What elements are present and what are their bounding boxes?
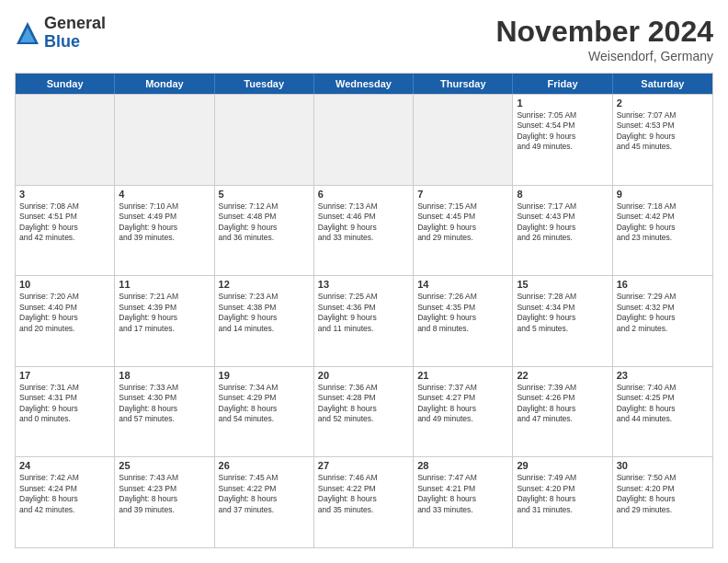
cell-info: Sunrise: 7:31 AM Sunset: 4:31 PM Dayligh…: [19, 383, 110, 425]
cal-cell-r4-c3: 27Sunrise: 7:46 AM Sunset: 4:22 PM Dayli…: [314, 457, 414, 547]
cal-cell-r4-c5: 29Sunrise: 7:49 AM Sunset: 4:20 PM Dayli…: [513, 457, 612, 547]
day-number: 14: [417, 279, 508, 290]
cell-info: Sunrise: 7:15 AM Sunset: 4:45 PM Dayligh…: [417, 201, 508, 244]
cal-cell-r0-c0: [16, 95, 115, 185]
logo-text: General Blue: [44, 15, 106, 52]
cal-cell-r1-c1: 4Sunrise: 7:10 AM Sunset: 4:49 PM Daylig…: [115, 186, 214, 276]
day-number: 16: [617, 279, 709, 290]
cal-cell-r2-c3: 13Sunrise: 7:25 AM Sunset: 4:36 PM Dayli…: [314, 276, 414, 366]
header-tuesday: Tuesday: [215, 74, 314, 94]
day-number: 2: [617, 98, 709, 109]
title-block: November 2024 Weisendorf, Germany: [495, 15, 713, 63]
cal-cell-r2-c0: 10Sunrise: 7:20 AM Sunset: 4:40 PM Dayli…: [16, 276, 115, 366]
cal-row-2: 10Sunrise: 7:20 AM Sunset: 4:40 PM Dayli…: [16, 275, 712, 366]
cell-info: Sunrise: 7:23 AM Sunset: 4:38 PM Dayligh…: [219, 292, 310, 334]
logo: General Blue: [15, 15, 106, 52]
cell-info: Sunrise: 7:25 AM Sunset: 4:36 PM Dayligh…: [318, 292, 409, 334]
day-number: 1: [517, 98, 608, 109]
cell-info: Sunrise: 7:28 AM Sunset: 4:34 PM Dayligh…: [517, 292, 608, 334]
cell-info: Sunrise: 7:13 AM Sunset: 4:46 PM Dayligh…: [318, 201, 409, 244]
cell-info: Sunrise: 7:42 AM Sunset: 4:24 PM Dayligh…: [19, 473, 110, 515]
cell-info: Sunrise: 7:49 AM Sunset: 4:20 PM Dayligh…: [517, 473, 608, 515]
header: General Blue November 2024 Weisendorf, G…: [15, 15, 713, 63]
day-number: 26: [219, 460, 310, 471]
day-number: 27: [318, 460, 409, 471]
day-number: 5: [219, 189, 310, 200]
cell-info: Sunrise: 7:20 AM Sunset: 4:40 PM Dayligh…: [19, 292, 110, 334]
day-number: 11: [119, 279, 210, 290]
cell-info: Sunrise: 7:47 AM Sunset: 4:21 PM Dayligh…: [417, 473, 508, 515]
cal-cell-r1-c6: 9Sunrise: 7:18 AM Sunset: 4:42 PM Daylig…: [613, 186, 712, 276]
day-number: 15: [517, 279, 608, 290]
cell-info: Sunrise: 7:43 AM Sunset: 4:23 PM Dayligh…: [119, 473, 210, 515]
location: Weisendorf, Germany: [495, 49, 713, 63]
cal-cell-r0-c5: 1Sunrise: 7:05 AM Sunset: 4:54 PM Daylig…: [513, 95, 612, 185]
month-title: November 2024: [495, 15, 713, 49]
cal-cell-r4-c4: 28Sunrise: 7:47 AM Sunset: 4:21 PM Dayli…: [414, 457, 513, 547]
header-friday: Friday: [513, 74, 612, 94]
cal-row-3: 17Sunrise: 7:31 AM Sunset: 4:31 PM Dayli…: [16, 366, 712, 457]
cal-cell-r1-c2: 5Sunrise: 7:12 AM Sunset: 4:48 PM Daylig…: [215, 186, 314, 276]
cal-cell-r0-c6: 2Sunrise: 7:07 AM Sunset: 4:53 PM Daylig…: [613, 95, 712, 185]
cell-info: Sunrise: 7:12 AM Sunset: 4:48 PM Dayligh…: [219, 201, 310, 244]
cell-info: Sunrise: 7:36 AM Sunset: 4:28 PM Dayligh…: [318, 383, 409, 425]
header-sunday: Sunday: [16, 74, 115, 94]
cal-cell-r0-c2: [215, 95, 314, 185]
cal-cell-r2-c1: 11Sunrise: 7:21 AM Sunset: 4:39 PM Dayli…: [115, 276, 214, 366]
cell-info: Sunrise: 7:45 AM Sunset: 4:22 PM Dayligh…: [219, 473, 310, 515]
logo-general: General: [44, 14, 106, 32]
day-number: 24: [19, 460, 110, 471]
logo-icon: [15, 20, 40, 46]
cal-row-0: 1Sunrise: 7:05 AM Sunset: 4:54 PM Daylig…: [16, 94, 712, 185]
day-number: 6: [318, 189, 409, 200]
day-number: 10: [19, 279, 110, 290]
cal-cell-r1-c4: 7Sunrise: 7:15 AM Sunset: 4:45 PM Daylig…: [414, 186, 513, 276]
cal-cell-r2-c2: 12Sunrise: 7:23 AM Sunset: 4:38 PM Dayli…: [215, 276, 314, 366]
day-number: 21: [417, 370, 508, 381]
cell-info: Sunrise: 7:37 AM Sunset: 4:27 PM Dayligh…: [417, 383, 508, 425]
cal-row-1: 3Sunrise: 7:08 AM Sunset: 4:51 PM Daylig…: [16, 185, 712, 276]
day-number: 7: [417, 189, 508, 200]
cal-cell-r1-c0: 3Sunrise: 7:08 AM Sunset: 4:51 PM Daylig…: [16, 186, 115, 276]
cal-cell-r0-c1: [115, 95, 214, 185]
calendar-header: Sunday Monday Tuesday Wednesday Thursday…: [16, 74, 712, 94]
cal-cell-r3-c3: 20Sunrise: 7:36 AM Sunset: 4:28 PM Dayli…: [314, 367, 414, 457]
day-number: 28: [417, 460, 508, 471]
day-number: 12: [219, 279, 310, 290]
logo-blue: Blue: [44, 32, 80, 51]
cell-info: Sunrise: 7:46 AM Sunset: 4:22 PM Dayligh…: [318, 473, 409, 515]
cell-info: Sunrise: 7:33 AM Sunset: 4:30 PM Dayligh…: [119, 383, 210, 425]
page: General Blue November 2024 Weisendorf, G…: [0, 0, 728, 563]
cell-info: Sunrise: 7:40 AM Sunset: 4:25 PM Dayligh…: [617, 383, 709, 425]
cell-info: Sunrise: 7:21 AM Sunset: 4:39 PM Dayligh…: [119, 292, 210, 334]
cal-cell-r1-c5: 8Sunrise: 7:17 AM Sunset: 4:43 PM Daylig…: [513, 186, 612, 276]
day-number: 4: [119, 189, 210, 200]
calendar-body: 1Sunrise: 7:05 AM Sunset: 4:54 PM Daylig…: [16, 94, 712, 547]
cal-cell-r4-c6: 30Sunrise: 7:50 AM Sunset: 4:20 PM Dayli…: [613, 457, 712, 547]
cell-info: Sunrise: 7:08 AM Sunset: 4:51 PM Dayligh…: [19, 201, 110, 244]
day-number: 22: [517, 370, 608, 381]
cal-row-4: 24Sunrise: 7:42 AM Sunset: 4:24 PM Dayli…: [16, 456, 712, 547]
cal-cell-r2-c5: 15Sunrise: 7:28 AM Sunset: 4:34 PM Dayli…: [513, 276, 612, 366]
day-number: 20: [318, 370, 409, 381]
day-number: 25: [119, 460, 210, 471]
day-number: 23: [617, 370, 709, 381]
cell-info: Sunrise: 7:34 AM Sunset: 4:29 PM Dayligh…: [219, 383, 310, 425]
day-number: 13: [318, 279, 409, 290]
day-number: 29: [517, 460, 608, 471]
day-number: 17: [19, 370, 110, 381]
cell-info: Sunrise: 7:29 AM Sunset: 4:32 PM Dayligh…: [617, 292, 709, 334]
cal-cell-r3-c4: 21Sunrise: 7:37 AM Sunset: 4:27 PM Dayli…: [414, 367, 513, 457]
cal-cell-r0-c4: [414, 95, 513, 185]
cal-cell-r2-c6: 16Sunrise: 7:29 AM Sunset: 4:32 PM Dayli…: [613, 276, 712, 366]
cell-info: Sunrise: 7:17 AM Sunset: 4:43 PM Dayligh…: [517, 201, 608, 244]
cell-info: Sunrise: 7:26 AM Sunset: 4:35 PM Dayligh…: [417, 292, 508, 334]
day-number: 9: [617, 189, 709, 200]
day-number: 3: [19, 189, 110, 200]
cell-info: Sunrise: 7:05 AM Sunset: 4:54 PM Dayligh…: [517, 110, 608, 153]
cal-cell-r3-c2: 19Sunrise: 7:34 AM Sunset: 4:29 PM Dayli…: [215, 367, 314, 457]
cal-cell-r3-c1: 18Sunrise: 7:33 AM Sunset: 4:30 PM Dayli…: [115, 367, 214, 457]
day-number: 30: [617, 460, 709, 471]
day-number: 8: [517, 189, 608, 200]
header-monday: Monday: [115, 74, 214, 94]
